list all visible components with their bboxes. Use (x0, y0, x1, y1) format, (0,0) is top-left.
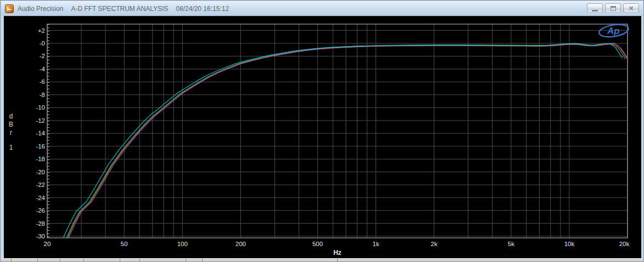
spectrum-plot: +2-0-2-4-6-8-10-12-14-16-18-20-22-24-26-… (4, 16, 641, 258)
y-tick-label: -22 (36, 181, 45, 188)
panel-separator (37, 259, 38, 262)
audio-precision-app-icon (5, 4, 14, 13)
y-tick-label: -12 (36, 117, 45, 124)
minimize-icon (592, 10, 598, 12)
gridlines (47, 24, 628, 238)
app-window: Audio Precision A-D FFT SPECTRUM ANALYSI… (0, 0, 644, 262)
y-unit-letter: r (10, 129, 12, 136)
y-tick-label: -8 (40, 92, 45, 98)
trace-channel-cyan (57, 44, 622, 259)
x-tick-label: 100 (177, 241, 188, 247)
y-tick-label: -10 (36, 104, 45, 111)
ap-logo: Ap (596, 21, 632, 43)
bottom-panel-edge (1, 258, 643, 262)
panel-separator (11, 259, 12, 262)
panel-separator (120, 259, 120, 262)
trace-channel-green (61, 43, 626, 258)
y-tick-label: -24 (36, 195, 45, 201)
panel-separator (139, 259, 140, 262)
title-text: Audio Precision A-D FFT SPECTRUM ANALYSI… (18, 5, 229, 13)
x-tick-label: 200 (236, 241, 246, 247)
x-axis-unit-label: Hz (333, 249, 341, 257)
y-tick-label: -26 (36, 207, 45, 214)
panel-separator (202, 259, 203, 262)
close-button[interactable]: ✕ (623, 3, 639, 13)
titlebar-doc-name: A-D FFT SPECTRUM ANALYSIS (71, 5, 168, 13)
panel-separator (337, 259, 338, 262)
x-tick-label: 5k (508, 241, 514, 247)
trace-channel-yellow (60, 44, 625, 259)
y-tick-label: -30 (36, 233, 45, 240)
trace-curves (57, 43, 628, 258)
maximize-icon (611, 6, 616, 11)
graph-panel: +2-0-2-4-6-8-10-12-14-16-18-20-22-24-26-… (4, 16, 641, 258)
y-tick-label: -6 (40, 78, 45, 85)
panel-separator (83, 259, 84, 262)
y-tick-label: -14 (36, 130, 45, 136)
window-controls: ✕ (587, 3, 639, 13)
trace-channel-magenta (63, 44, 628, 258)
y-tick-label: -18 (36, 156, 45, 162)
x-tick-label: 2k (431, 241, 438, 247)
y-tick-label: -0 (40, 40, 45, 47)
x-tick-label: 50 (121, 241, 128, 247)
y-unit-number: 1 (6, 144, 16, 152)
titlebar-timestamp: 08/24/20 16:15:12 (176, 5, 229, 13)
y-axis-unit-label: d B r 1 (6, 112, 16, 152)
x-tick-label: 10k (564, 241, 575, 247)
panel-separator (60, 259, 60, 262)
x-tick-label: 20 (44, 241, 51, 247)
x-tick-label: 1k (373, 241, 379, 247)
minimize-button[interactable] (587, 3, 603, 13)
y-tick-label: -28 (36, 220, 45, 227)
titlebar[interactable]: Audio Precision A-D FFT SPECTRUM ANALYSI… (1, 1, 643, 16)
y-tick-label: +2 (38, 27, 45, 34)
close-icon: ✕ (629, 5, 634, 12)
y-unit-letter: B (9, 121, 13, 128)
panel-separator (186, 259, 186, 262)
ap-logo-text: Ap (607, 26, 620, 36)
y-tick-label: -4 (40, 66, 46, 72)
y-unit-letter: d (9, 112, 13, 120)
x-tick-label: 500 (312, 241, 323, 247)
x-tick-label: 20k (619, 241, 630, 247)
y-tick-label: -20 (36, 169, 45, 175)
titlebar-app-name: Audio Precision (18, 5, 63, 13)
maximize-button[interactable] (605, 3, 621, 13)
y-tick-label: -16 (36, 143, 45, 150)
y-tick-label: -2 (40, 53, 45, 59)
